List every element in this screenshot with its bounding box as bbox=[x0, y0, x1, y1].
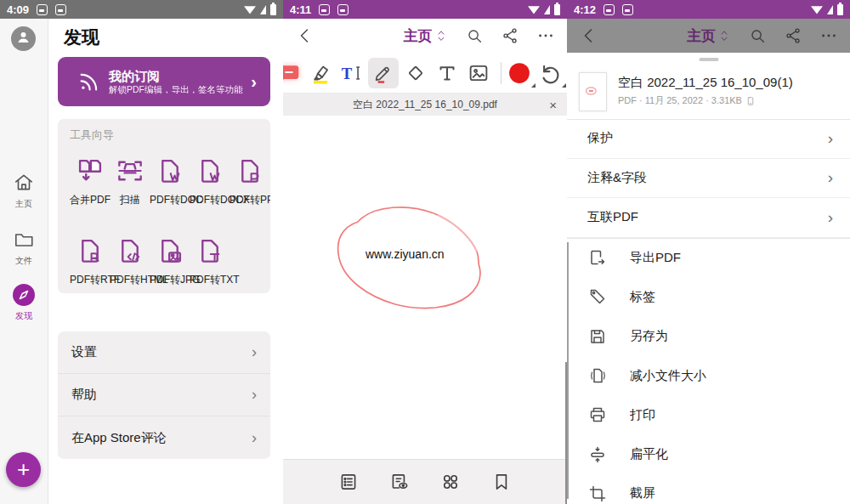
subscription-banner[interactable]: 我的订阅 解锁PDF编辑，导出，签名等功能 › bbox=[58, 57, 270, 106]
tool-wizard-card: 工具向导 合并PDF 扫描 PDF转DOC PDF转DOCX PDF转PPT P… bbox=[58, 119, 270, 293]
search-icon bbox=[748, 26, 767, 45]
nav-title[interactable]: 主页 bbox=[404, 26, 433, 46]
drag-handle[interactable] bbox=[699, 58, 718, 61]
text-edit-icon[interactable]: T bbox=[338, 60, 364, 86]
folder-icon bbox=[13, 229, 35, 251]
menu-item[interactable]: 截屏 bbox=[567, 474, 850, 504]
tool-item[interactable]: PDF转DOC bbox=[150, 155, 190, 207]
tool-item[interactable]: PDF转 bbox=[269, 155, 270, 207]
menu-link-row[interactable]: 保护 › bbox=[567, 119, 850, 159]
tool-item[interactable]: PDF转JPG bbox=[150, 235, 190, 287]
menu-link-row[interactable]: 注释&字段 › bbox=[567, 159, 850, 199]
menu-item[interactable]: 扁平化 bbox=[567, 434, 850, 473]
tool-item[interactable]: PDF转PPT bbox=[230, 155, 269, 207]
red-ink-annotation bbox=[283, 116, 567, 459]
thumbnails-icon[interactable] bbox=[439, 471, 462, 493]
background-edge bbox=[567, 242, 569, 499]
file-name: 空白 2022_11_25 16_10_09(1) bbox=[618, 75, 793, 91]
wifi-icon bbox=[244, 5, 256, 14]
chevron-right-icon: › bbox=[252, 343, 257, 361]
nav-bar: 主页 bbox=[283, 19, 567, 53]
menu-item[interactable]: 导出PDF bbox=[567, 238, 850, 277]
close-tab-icon[interactable]: × bbox=[549, 98, 557, 112]
settings-row[interactable]: 在App Store评论 › bbox=[58, 416, 270, 459]
tag-icon bbox=[587, 286, 608, 307]
pdf-to-ppt-icon bbox=[234, 155, 266, 187]
text-icon[interactable] bbox=[434, 60, 460, 86]
discover-content: 发现 我的订阅 解锁PDF编辑，导出，签名等功能 › 工具向导 合并PDF 扫描… bbox=[48, 19, 283, 504]
notification-app-icon bbox=[622, 4, 633, 15]
notification-app-icon bbox=[337, 4, 348, 15]
discover-screen: 4:09 主页 文件 发现 + 发现 bbox=[0, 0, 283, 504]
sidebar-item[interactable]: 发现 bbox=[0, 284, 48, 322]
pdf-to-txt-icon bbox=[194, 235, 226, 267]
tool-item[interactable]: PDF转DOCX bbox=[190, 155, 230, 207]
menu-item[interactable]: 标签 bbox=[567, 277, 850, 316]
comment-note-icon[interactable] bbox=[283, 60, 302, 86]
chevron-right-icon: › bbox=[252, 386, 257, 404]
tool-item[interactable]: 扫描 bbox=[110, 155, 150, 207]
bookmark-icon[interactable] bbox=[490, 471, 513, 493]
tool-item[interactable]: PDF转HTML bbox=[110, 235, 150, 287]
file-meta: PDF · 11月 25, 2022 · 3.31KB bbox=[618, 94, 793, 107]
chevron-right-icon: › bbox=[828, 208, 833, 227]
status-bar: 4:09 bbox=[0, 0, 283, 19]
toolbar-divider bbox=[501, 62, 502, 84]
menu-item[interactable]: 另存为 bbox=[567, 317, 850, 356]
red-color-icon[interactable] bbox=[507, 60, 532, 86]
notification-app-icon bbox=[55, 4, 66, 15]
battery-icon bbox=[554, 4, 560, 15]
back-icon[interactable] bbox=[295, 25, 315, 46]
pencil-icon[interactable] bbox=[368, 58, 399, 88]
annotation-toolbar: T bbox=[283, 53, 567, 93]
avatar[interactable] bbox=[11, 26, 36, 51]
status-bar: 4:12 bbox=[567, 0, 850, 19]
page-text: www.ziyuan.cn bbox=[366, 247, 445, 261]
banner-title: 我的订阅 bbox=[109, 69, 160, 83]
signal-icon bbox=[827, 5, 833, 14]
menu-item[interactable]: 打印 bbox=[567, 395, 850, 434]
caret-corner-icon bbox=[562, 83, 566, 88]
outline-list-icon[interactable] bbox=[337, 471, 360, 493]
pdf-to-rtf-icon bbox=[74, 235, 106, 267]
home-icon bbox=[13, 172, 35, 194]
share-icon[interactable] bbox=[501, 26, 519, 45]
svg-text:T: T bbox=[342, 65, 353, 82]
eraser-icon[interactable] bbox=[403, 60, 428, 86]
pdf-to-html-icon bbox=[114, 235, 146, 267]
search-icon[interactable] bbox=[465, 26, 484, 45]
export-pdf-icon bbox=[587, 247, 608, 268]
status-time: 4:11 bbox=[290, 3, 311, 16]
doc-view-icon[interactable] bbox=[388, 471, 411, 493]
caret-updown-icon bbox=[435, 29, 447, 42]
menu-item[interactable]: 减小文件大小 bbox=[567, 356, 850, 395]
scan-icon bbox=[114, 155, 146, 187]
caret-updown-icon bbox=[718, 29, 730, 42]
pdf-canvas[interactable]: www.ziyuan.cn bbox=[283, 116, 567, 459]
undo-icon[interactable] bbox=[537, 60, 563, 86]
menu-link-row[interactable]: 互联PDF › bbox=[567, 198, 850, 238]
battery-icon bbox=[837, 4, 843, 15]
settings-card: 设置 › 帮助 › 在App Store评论 › bbox=[58, 331, 270, 459]
tool-item[interactable]: PDF转TXT bbox=[190, 235, 230, 287]
image-icon[interactable] bbox=[466, 60, 491, 86]
chevron-right-icon: › bbox=[251, 72, 257, 92]
more-icon[interactable] bbox=[536, 26, 555, 45]
sidebar-item[interactable]: 主页 bbox=[0, 172, 48, 210]
back-icon[interactable] bbox=[579, 25, 599, 46]
pdf-to-jpg-icon bbox=[154, 235, 186, 267]
merge-pdf-icon bbox=[74, 155, 106, 187]
sidebar-item[interactable]: 文件 bbox=[0, 229, 48, 267]
bottom-toolbar bbox=[283, 459, 567, 504]
tool-item[interactable]: PDF转RTF bbox=[70, 235, 110, 287]
add-button[interactable]: + bbox=[6, 452, 41, 487]
document-tab[interactable]: 空白 2022_11_25 16_10_09.pdf bbox=[283, 98, 567, 112]
tool-item[interactable]: 合并PDF bbox=[70, 155, 110, 207]
highlighter-icon[interactable] bbox=[308, 60, 333, 86]
settings-row[interactable]: 设置 › bbox=[58, 331, 270, 374]
document-menu-screen: 4:12 主页 bbox=[567, 0, 850, 504]
dimmed-nav-bar: 主页 bbox=[567, 19, 850, 53]
pdf-editor-screen: 4:11 主页 T 空白 2022_11_25 16_10_09.pdf bbox=[283, 0, 567, 504]
settings-row[interactable]: 帮助 › bbox=[58, 374, 270, 416]
compass-icon bbox=[13, 284, 35, 306]
